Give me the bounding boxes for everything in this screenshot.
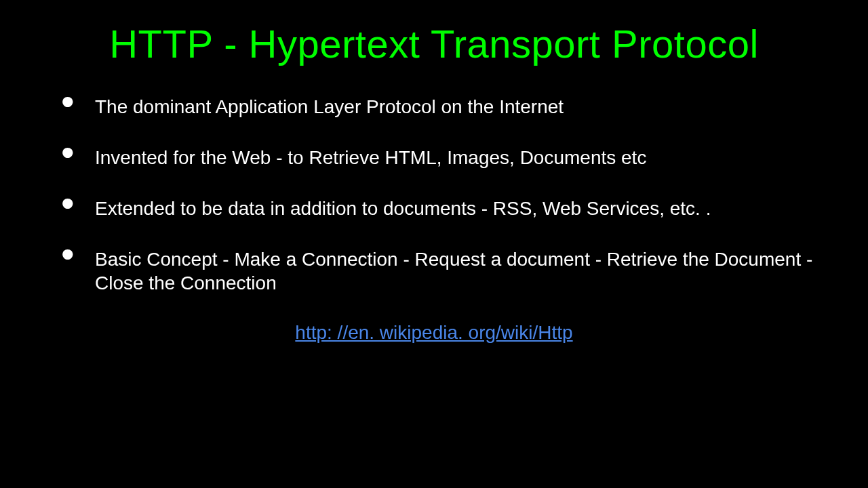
- bullet-text: Extended to be data in addition to docum…: [95, 198, 711, 219]
- bullet-text: Basic Concept - Make a Connection - Requ…: [95, 249, 812, 293]
- link-row: http: //en. wikipedia. org/wiki/Http: [54, 322, 814, 344]
- list-item: The dominant Application Layer Protocol …: [61, 95, 814, 119]
- slide-title: HTTP - Hypertext Transport Protocol: [54, 20, 814, 68]
- bullet-list: The dominant Application Layer Protocol …: [61, 95, 814, 295]
- list-item: Basic Concept - Make a Connection - Requ…: [61, 247, 814, 295]
- list-item: Extended to be data in addition to docum…: [61, 197, 814, 220]
- reference-link[interactable]: http: //en. wikipedia. org/wiki/Http: [295, 322, 572, 343]
- bullet-text: Invented for the Web - to Retrieve HTML,…: [95, 147, 646, 168]
- bullet-text: The dominant Application Layer Protocol …: [95, 96, 564, 117]
- slide: HTTP - Hypertext Transport Protocol The …: [0, 0, 868, 488]
- list-item: Invented for the Web - to Retrieve HTML,…: [61, 146, 814, 169]
